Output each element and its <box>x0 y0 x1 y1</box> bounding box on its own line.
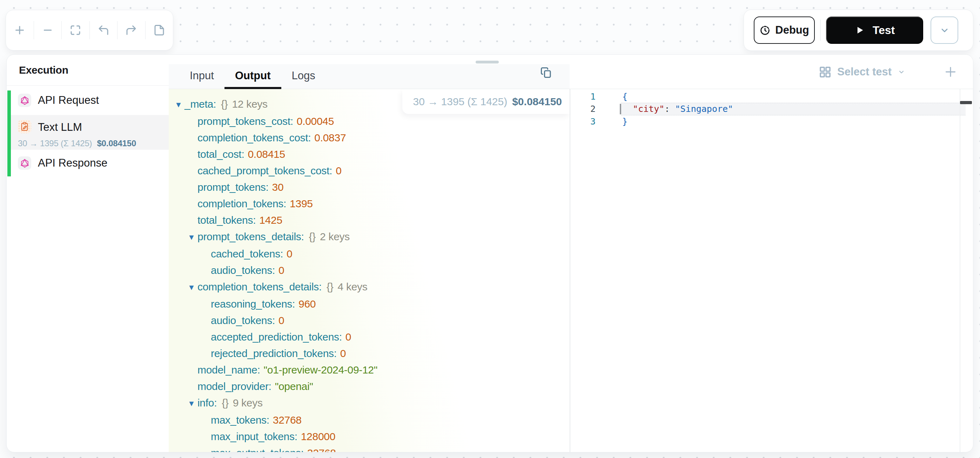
tree-row-max_output_tokens: max_output_tokens:32768 <box>169 445 570 452</box>
tree-key: total_tokens <box>197 214 253 226</box>
execution-item-text-llm[interactable]: Text LLM30 → 1395 (Σ 1425)$0.084150 <box>11 115 169 150</box>
tree-row-completion_tokens_details[interactable]: ▼completion_tokens_details:{}4 keys <box>169 278 570 296</box>
tree-key: max_output_tokens <box>211 447 301 452</box>
tree-row-accepted_prediction_tokens: accepted_prediction_tokens:0 <box>169 329 570 345</box>
key-count: 4 keys <box>338 281 368 293</box>
execution-item-api-request[interactable]: API Request <box>11 91 169 110</box>
grid-icon <box>819 65 832 79</box>
tree-key: audio_tokens <box>211 264 272 276</box>
test-label: Test <box>873 24 895 37</box>
tree-row-info[interactable]: ▼info:{}9 keys <box>169 394 570 412</box>
select-test-dropdown[interactable]: Select test <box>819 55 906 89</box>
tree-value: 1395 <box>290 198 313 209</box>
tree-key: prompt_tokens_cost <box>197 115 290 127</box>
key-count: 9 keys <box>233 397 263 409</box>
notes-button[interactable] <box>146 21 173 39</box>
tree-value: 0 <box>278 264 284 276</box>
token-cost: $0.084150 <box>512 96 562 108</box>
tree-row-total_cost: total_cost:0.08415 <box>169 146 570 162</box>
debug-button[interactable]: Debug <box>754 16 815 44</box>
select-test-label: Select test <box>837 65 892 78</box>
collapse-arrow-icon[interactable]: ▼ <box>188 279 197 296</box>
zoom-out-icon <box>41 24 54 37</box>
editor-line-3[interactable]: 3} <box>570 115 973 128</box>
tree-value: 0 <box>336 165 341 177</box>
tree-row-rejected_prediction_tokens: rejected_prediction_tokens:0 <box>169 345 570 361</box>
execution-item-label: Text LLM <box>38 121 82 134</box>
fit-view-button[interactable] <box>62 21 90 39</box>
tree-row-completion_tokens: completion_tokens:1395 <box>169 195 570 212</box>
run-toolbar: Debug Test <box>744 10 973 51</box>
tree-value: 0 <box>286 248 292 259</box>
tree-row-model_name: model_name:"o1-preview-2024-09-12" <box>169 361 570 378</box>
fit-view-icon <box>69 24 82 37</box>
tree-key: completion_tokens_cost <box>197 132 308 143</box>
add-test-button[interactable] <box>944 65 957 79</box>
tab-logs[interactable]: Logs <box>281 65 326 89</box>
tab-output[interactable]: Output <box>224 65 281 89</box>
tree-key: cached_prompt_tokens_cost <box>197 165 329 177</box>
tree-value: 0.0837 <box>314 132 346 143</box>
line-number: 1 <box>570 92 596 102</box>
text-cursor <box>620 104 621 114</box>
line-number: 3 <box>570 116 596 127</box>
toolbar-divider <box>820 20 821 41</box>
test-button[interactable]: Test <box>826 16 923 44</box>
execution-item-stats: 30 → 1395 (Σ 1425)$0.084150 <box>18 138 136 148</box>
graphql-node-icon <box>18 94 31 107</box>
object-braces: {} <box>309 231 316 242</box>
tree-row-prompt_tokens_details[interactable]: ▼prompt_tokens_details:{}2 keys <box>169 228 570 245</box>
tree-row-audio_tokens: audio_tokens:0 <box>169 312 570 329</box>
execution-item-label: API Request <box>38 94 99 107</box>
redo-button[interactable] <box>118 21 146 39</box>
tree-key: total_cost <box>197 148 241 160</box>
execution-status-bar <box>7 91 11 177</box>
output-tree: ▼_meta:{}12 keysprompt_tokens_cost:0.000… <box>169 89 570 452</box>
tree-row-audio_tokens: audio_tokens:0 <box>169 262 570 278</box>
tree-key: rejected_prediction_tokens <box>211 348 334 359</box>
tree-key: reasoning_tokens <box>211 298 292 310</box>
zoom-out-button[interactable] <box>34 21 62 39</box>
canvas-toolbar <box>6 10 173 51</box>
collapse-arrow-icon[interactable]: ▼ <box>188 229 197 245</box>
tree-key: cached_tokens <box>211 248 280 259</box>
key-count: 2 keys <box>320 231 350 242</box>
test-options-button[interactable] <box>931 16 958 44</box>
play-icon <box>854 25 865 35</box>
tree-row-cached_prompt_tokens_cost: cached_prompt_tokens_cost:0 <box>169 162 570 179</box>
tree-value: 0 <box>345 331 351 343</box>
tree-value: 30 <box>272 181 284 193</box>
tree-value: "openai" <box>275 380 313 392</box>
undo-button[interactable] <box>90 21 118 39</box>
editor-line-2[interactable]: 2 "city": "Singapore" <box>570 103 973 115</box>
inspector-panel: InputOutputLogs ▼_meta:{}12 keysprompt_t… <box>169 55 570 452</box>
tree-row-max_input_tokens: max_input_tokens:128000 <box>169 428 570 445</box>
test-panel: 1{2 "city": "Singapore"3} Select test <box>570 55 973 452</box>
key-count: 12 keys <box>232 98 267 110</box>
editor-line-1[interactable]: 1{ <box>570 91 973 103</box>
tree-value: 960 <box>299 298 316 310</box>
test-json-editor[interactable]: 1{2 "city": "Singapore"3} <box>570 89 973 452</box>
tree-key: max_input_tokens <box>211 431 294 442</box>
editor-scrollbar-track[interactable] <box>960 89 960 452</box>
inspector-header-top <box>169 55 570 64</box>
chevron-down-small-icon <box>897 68 906 76</box>
debug-label: Debug <box>775 24 809 37</box>
collapse-arrow-icon[interactable]: ▼ <box>175 97 185 113</box>
sheet-drag-handle[interactable] <box>476 60 499 64</box>
tree-row-reasoning_tokens: reasoning_tokens:960 <box>169 296 570 312</box>
copy-button[interactable] <box>540 66 552 79</box>
editor-scrollbar-thumb[interactable] <box>960 101 972 104</box>
execution-item-api-response[interactable]: API Response <box>11 150 169 177</box>
tree-row-prompt_tokens: prompt_tokens:30 <box>169 179 570 195</box>
collapse-arrow-icon[interactable]: ▼ <box>188 395 197 412</box>
tree-row-max_tokens: max_tokens:32768 <box>169 412 570 428</box>
tree-value: 0 <box>278 315 284 326</box>
inspector-header: InputOutputLogs <box>169 55 570 89</box>
tree-row-prompt_tokens_cost: prompt_tokens_cost:0.00045 <box>169 113 570 129</box>
notes-icon <box>153 24 165 37</box>
tab-input[interactable]: Input <box>179 65 224 89</box>
zoom-in-button[interactable] <box>6 21 34 39</box>
tree-key: prompt_tokens_details <box>197 231 301 242</box>
test-panel-header: Select test <box>570 55 973 89</box>
